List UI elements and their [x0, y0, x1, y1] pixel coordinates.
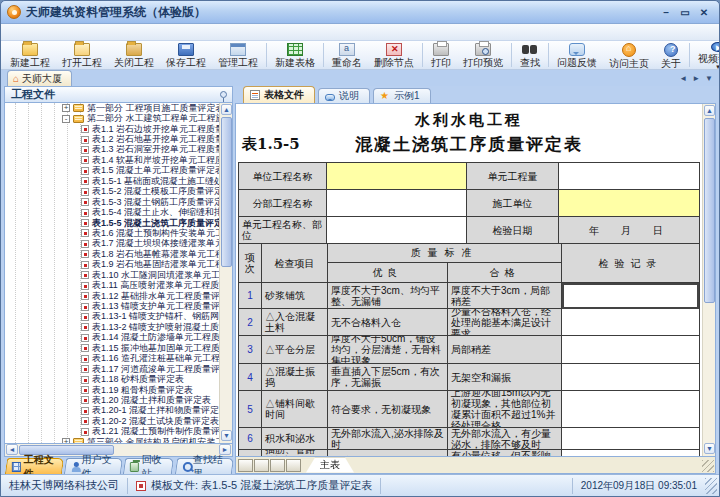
- close-button[interactable]: ✕: [696, 5, 712, 19]
- tree-item[interactable]: 表1.12 基础排水单元工程质量评定: [5, 291, 219, 301]
- document-tab[interactable]: ★ 示例1: [373, 88, 431, 103]
- tab-scroll-left-icon[interactable]: ◄: [679, 74, 687, 83]
- record-cell[interactable]: [562, 283, 699, 309]
- tree-item[interactable]: 表1.9 岩石地基固结灌浆单元工程: [5, 260, 219, 270]
- tree-item[interactable]: + 第一部分 工程项目施工质量评定表: [5, 103, 219, 113]
- info-value-field[interactable]: [559, 163, 699, 190]
- tree-item[interactable]: 表1.5-4 混凝土止水、伸缩缝和排水: [5, 207, 219, 217]
- scroll-up-icon[interactable]: ▲: [221, 104, 232, 115]
- tree-item[interactable]: 表1.8 岩石地基帷幕灌浆单元工程: [5, 249, 219, 259]
- toolbar-button[interactable]: 新建表格: [269, 41, 321, 69]
- sheet-nav-button[interactable]: [254, 459, 269, 472]
- info-value-field[interactable]: [559, 190, 699, 217]
- tree-item[interactable]: 表1.16 造孔灌注桩基础单元工程质: [5, 354, 219, 364]
- toolbar-button[interactable]: [689, 43, 690, 67]
- info-value-field[interactable]: 年 月 日: [559, 217, 699, 244]
- info-value-field[interactable]: [327, 163, 467, 190]
- tree-item[interactable]: 表1.11 高压喷射灌浆单元工程质量: [5, 280, 219, 290]
- toolbar-button[interactable]: [511, 43, 512, 67]
- tab-more-icon[interactable]: ▼: [705, 74, 713, 83]
- bottom-tab[interactable]: 工程文件: [5, 458, 64, 474]
- toolbar-button[interactable]: 新建工程: [4, 41, 56, 69]
- tree-item[interactable]: + 第三部分 金属结构及启闭机安装工: [5, 437, 219, 443]
- info-value-field[interactable]: [327, 217, 467, 244]
- tree-item[interactable]: 表1.14 混凝土防渗墙单元工程质量: [5, 333, 219, 343]
- toolbar-button[interactable]: 管理工程: [212, 41, 264, 69]
- tree-vertical-scrollbar[interactable]: ▲ ▼: [219, 103, 232, 443]
- tree-item[interactable]: 表1.2 岩石地基开挖单元工程质量评: [5, 134, 219, 144]
- tree-item[interactable]: 表1.21 混凝土预制件制作质量评: [5, 427, 219, 437]
- document-scrollbar-thumb[interactable]: [704, 118, 715, 303]
- toolbar-button[interactable]: 关闭工程: [108, 41, 160, 69]
- tree-item[interactable]: 表1.5 混凝土单元工程质量评定表: [5, 166, 219, 176]
- tree-item[interactable]: 表1.7 混凝土坝坝体接缝灌浆单元工: [5, 239, 219, 249]
- tree-scrollbar-thumb[interactable]: [221, 117, 232, 267]
- document-vertical-scrollbar[interactable]: ▲ ▼: [702, 104, 715, 456]
- tree-item[interactable]: 表1.5-2 混凝土模板工序质量评定: [5, 187, 219, 197]
- sheet-nav-button[interactable]: [270, 459, 285, 472]
- toolbar-button[interactable]: 查找: [514, 41, 546, 69]
- toolbar-button[interactable]: 关于: [655, 41, 687, 69]
- resize-grip-icon[interactable]: [702, 460, 714, 472]
- record-cell[interactable]: [562, 450, 699, 456]
- info-value-field[interactable]: [327, 190, 467, 217]
- record-cell[interactable]: [562, 428, 699, 450]
- record-cell[interactable]: [562, 309, 699, 336]
- sheet-nav-button[interactable]: [238, 459, 253, 472]
- tree-item[interactable]: 表1.20 混凝土拌和质量评定表: [5, 395, 219, 405]
- tab-scroll-right-icon[interactable]: ►: [692, 74, 700, 83]
- sheet-nav-button[interactable]: [286, 459, 301, 472]
- toolbar-button[interactable]: 问题反馈: [551, 41, 603, 69]
- toolbar-button[interactable]: 访问主页: [603, 41, 655, 69]
- tree-item[interactable]: 表1.15 振冲地基加固单元工程质量: [5, 343, 219, 353]
- tree-item[interactable]: 表1.17 河道疏浚单元工程质量评定: [5, 364, 219, 374]
- tree-item[interactable]: 表1.13-2 锚喷支护喷射混凝土质量: [5, 322, 219, 332]
- bottom-tab[interactable]: 用户文件: [64, 458, 123, 474]
- tree-item[interactable]: 表1.3 岩石洞室开挖单元工程质量评: [5, 145, 219, 155]
- tree-item[interactable]: 表1.5-3 混凝土钢筋工序质量评定: [5, 197, 219, 207]
- toolbar-button[interactable]: [323, 43, 324, 67]
- tree-item[interactable]: - 第二部分 水工建筑工程单元工程施工: [5, 113, 219, 123]
- pin-icon[interactable]: [220, 91, 227, 98]
- bottom-tab[interactable]: 回收站: [123, 458, 175, 474]
- toolbar-button[interactable]: 视频帮助 ▾: [692, 41, 720, 69]
- tree-expander-icon[interactable]: -: [62, 115, 70, 123]
- tree-item[interactable]: 表1.18 砂料质量评定表: [5, 374, 219, 384]
- toolbar-button[interactable]: 打开工程: [56, 41, 108, 69]
- record-cell[interactable]: [562, 336, 699, 364]
- tree-item[interactable]: 表1.6 混凝土预制构件安装单元工程: [5, 228, 219, 238]
- scroll-down-icon[interactable]: ▼: [704, 443, 715, 454]
- tree-expander-icon[interactable]: +: [62, 104, 70, 112]
- tree-item[interactable]: 表1.13-1 锚喷支护锚杆、钢筋网质: [5, 312, 219, 322]
- toolbar-button[interactable]: [422, 43, 423, 67]
- toolbar-button[interactable]: [548, 43, 549, 67]
- project-tab[interactable]: ⌂ 天师大厦: [7, 70, 72, 86]
- bottom-tab[interactable]: 查找结果: [175, 458, 234, 474]
- tree-expander-icon[interactable]: +: [62, 438, 70, 443]
- toolbar-button[interactable]: 打印预览: [457, 41, 509, 69]
- tree-item[interactable]: 表1.20-2 混凝土试块质量评定表: [5, 416, 219, 426]
- toolbar-button[interactable]: 删除节点: [368, 41, 420, 69]
- scroll-down-icon[interactable]: ▼: [221, 430, 232, 441]
- tree-item[interactable]: 表1.13 锚喷支护单元工程质量评定: [5, 301, 219, 311]
- document-tab[interactable]: 说明: [318, 88, 370, 103]
- tree-item[interactable]: 表1.4 软基和岸坡开挖单元工程质量: [5, 155, 219, 165]
- toolbar-button[interactable]: 保存工程: [160, 41, 212, 69]
- tree-item[interactable]: 表1.5-1 基础面或混凝土施工缝处理: [5, 176, 219, 186]
- record-cell[interactable]: [562, 364, 699, 391]
- toolbar-button[interactable]: 重命名: [326, 41, 368, 69]
- minimize-button[interactable]: –: [658, 5, 674, 19]
- toolbar-button[interactable]: 打印: [425, 41, 457, 69]
- record-cell[interactable]: [562, 391, 699, 428]
- toolbar-button[interactable]: [266, 43, 267, 67]
- tree-item[interactable]: 表1.5-5 混凝土浇筑工序质量评定: [5, 218, 219, 228]
- document-tab[interactable]: 表格文件: [243, 86, 315, 103]
- tree-item[interactable]: 表1.1 岩石边坡开挖单元工程质量评: [5, 124, 219, 134]
- scroll-up-icon[interactable]: ▲: [704, 105, 715, 116]
- sheet-tab-main[interactable]: 主表: [306, 458, 354, 473]
- scroll-left-icon[interactable]: ◄: [6, 444, 18, 455]
- tree-item[interactable]: 表1.10 水工隧洞回填灌浆单元工程: [5, 270, 219, 280]
- tree-item[interactable]: 表1.20-1 混凝土拌和物质量评定表: [5, 406, 219, 416]
- tree-item[interactable]: 表1.19 粗骨料质量评定表: [5, 385, 219, 395]
- maximize-button[interactable]: ▭: [677, 5, 693, 19]
